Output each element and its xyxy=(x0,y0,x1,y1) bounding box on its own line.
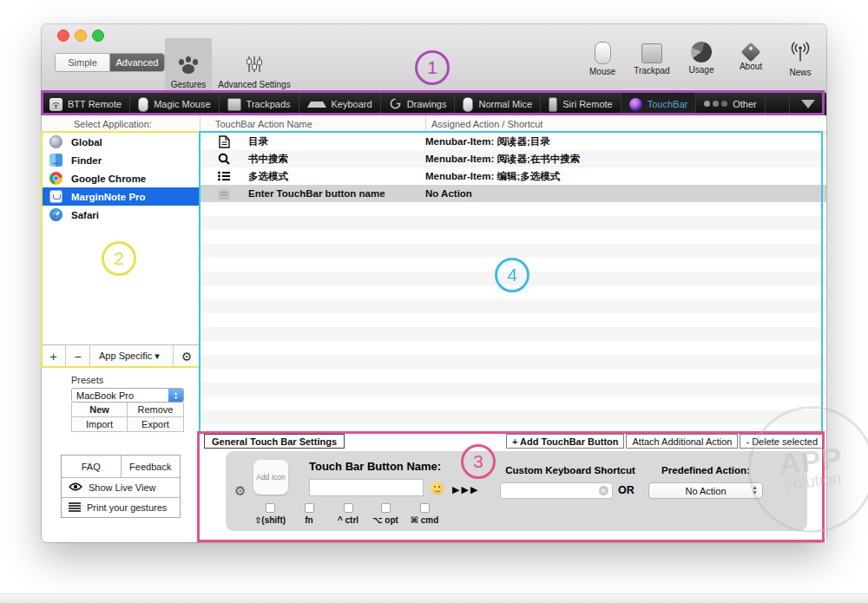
spiral-icon xyxy=(389,97,402,112)
app-specific-dropdown[interactable]: App Specific ▾ xyxy=(90,345,173,367)
normal-mice-icon xyxy=(463,97,473,112)
table-row[interactable]: 多选模式 Menubar-Item: 编辑;多选模式 xyxy=(200,167,826,185)
globe-icon xyxy=(49,135,62,148)
ctrl-checkbox[interactable] xyxy=(344,503,353,513)
custom-shortcut-input[interactable] xyxy=(500,482,613,499)
zoom-button[interactable] xyxy=(92,29,104,42)
print-gestures-label: Print your gestures xyxy=(87,502,167,513)
gear-icon[interactable]: ⚙ xyxy=(234,483,246,499)
annotation-circle-1: 1 xyxy=(415,50,450,85)
column-header: Select Application: TouchBar Action Name… xyxy=(42,115,826,133)
close-button[interactable] xyxy=(57,29,69,42)
preset-import-button[interactable]: Import xyxy=(72,417,128,431)
emoji-smiley-icon[interactable] xyxy=(431,482,444,495)
sidebar-item-global[interactable]: Global xyxy=(42,133,200,151)
table-row[interactable]: 书中搜索 Menubar-Item: 阅读器;在书中搜索 xyxy=(200,150,826,167)
forward-arrows-icon: ▶▶▶ xyxy=(452,484,479,495)
preset-select[interactable]: MacBook Pro ▴▾ xyxy=(71,388,184,403)
table-row[interactable]: 目录 Menubar-Item: 阅读器;目录 xyxy=(200,133,826,150)
add-touchbar-button[interactable]: + Add TouchBar Button xyxy=(506,434,625,449)
tab-magic-mouse[interactable]: Magic Mouse xyxy=(130,93,219,115)
tab-trackpads[interactable]: Trackpads xyxy=(220,93,299,115)
sidebar-item-google-chrome[interactable]: Google Chrome xyxy=(42,169,200,187)
shift-checkbox[interactable] xyxy=(266,503,275,513)
sidebar-item-finder[interactable]: Finder xyxy=(42,151,200,169)
modifier-cmd: ⌘ cmd xyxy=(402,503,447,525)
app-label: Google Chrome xyxy=(71,174,146,184)
faq-button[interactable]: FAQ xyxy=(62,456,122,477)
custom-shortcut-label: Custom Keyboard Shortcut xyxy=(496,465,644,475)
preset-buttons: New Remove Import Export xyxy=(71,403,184,432)
remove-app-button[interactable]: − xyxy=(66,345,90,367)
general-touchbar-settings-button[interactable]: General Touch Bar Settings xyxy=(204,434,345,449)
news-toolbar-button[interactable]: News xyxy=(781,42,819,77)
tab-label: Siri Remote xyxy=(562,99,612,109)
annotation-circle-3: 3 xyxy=(461,444,496,479)
column-divider xyxy=(425,115,426,133)
app-label: Global xyxy=(71,137,102,147)
news-label: News xyxy=(789,68,811,77)
minimize-button[interactable] xyxy=(75,29,87,42)
tab-btt-remote[interactable]: BTT Remote xyxy=(42,93,130,115)
button-name-input[interactable] xyxy=(309,479,424,496)
gear-icon[interactable]: ⚙ xyxy=(173,345,200,367)
about-toolbar-button[interactable]: About xyxy=(732,42,770,77)
add-app-button[interactable]: + xyxy=(42,345,66,367)
tab-keyboard[interactable]: Keyboard xyxy=(299,93,381,115)
action-name: Enter TouchBar button name xyxy=(248,188,425,199)
mouse-icon xyxy=(595,42,611,64)
clear-input-icon[interactable] xyxy=(599,486,608,495)
search-icon xyxy=(200,153,248,165)
gestures-toolbar-button[interactable]: Gestures xyxy=(165,38,212,91)
tabbar-overflow-button[interactable] xyxy=(789,93,826,115)
add-icon-button[interactable]: Add Icon xyxy=(253,460,288,495)
lines-icon xyxy=(69,502,81,514)
antenna-icon xyxy=(790,42,811,65)
trackpad-toolbar-button[interactable]: Trackpad xyxy=(633,42,671,77)
tab-normal-mice[interactable]: Normal Mice xyxy=(455,93,541,115)
pie-chart-icon xyxy=(691,42,712,62)
list-icon xyxy=(200,171,248,181)
print-gestures-button[interactable]: Print your gestures xyxy=(62,498,180,517)
stepper-arrows-icon: ▲▼ xyxy=(752,485,758,495)
tab-drawings[interactable]: Drawings xyxy=(381,93,456,115)
action-name-header: TouchBar Action Name xyxy=(215,119,312,129)
sidebar-item-marginnote-pro[interactable]: MarginNote Pro xyxy=(42,187,200,206)
cmd-checkbox[interactable] xyxy=(420,503,430,513)
annotation-circle-4: 4 xyxy=(495,258,529,292)
advanced-settings-toolbar-button[interactable]: Advanced Settings xyxy=(217,38,292,91)
delete-selected-button[interactable]: - Delete selected xyxy=(740,434,824,449)
presets-title: Presets xyxy=(71,375,103,385)
live-view-label: Show Live View xyxy=(89,482,155,493)
sidebar-item-safari[interactable]: Safari xyxy=(42,206,200,224)
simple-mode-button[interactable]: Simple xyxy=(56,54,110,71)
action-name: 多选模式 xyxy=(248,170,425,183)
preset-new-button[interactable]: New xyxy=(72,403,128,417)
tab-label: Trackpads xyxy=(247,99,291,109)
attach-additional-action-button[interactable]: Attach Additional Action xyxy=(626,434,738,449)
predefined-action-select[interactable]: No Action ▲▼ xyxy=(648,482,763,499)
show-live-view-button[interactable]: Show Live View xyxy=(62,478,180,498)
preset-remove-button[interactable]: Remove xyxy=(128,403,183,417)
usage-toolbar-button[interactable]: Usage xyxy=(682,42,720,77)
opt-checkbox[interactable] xyxy=(381,503,391,513)
mode-segmented-control: Simple Advanced xyxy=(55,53,165,72)
btt-remote-icon xyxy=(49,98,62,111)
tab-touchbar[interactable]: TouchBar xyxy=(621,93,696,115)
tag-icon xyxy=(741,43,761,62)
tab-siri-remote[interactable]: Siri Remote xyxy=(541,93,621,115)
assigned-action: Menubar-Item: 阅读器;目录 xyxy=(425,135,826,148)
preset-export-button[interactable]: Export xyxy=(128,417,183,431)
tab-other[interactable]: Other xyxy=(696,93,766,115)
trackpad-icon xyxy=(641,43,662,63)
advanced-settings-label: Advanced Settings xyxy=(218,80,290,89)
table-row-selected[interactable]: Enter TouchBar button name No Action xyxy=(200,185,826,202)
fn-checkbox[interactable] xyxy=(305,503,314,513)
feedback-button[interactable]: Feedback xyxy=(122,456,181,477)
tab-label: TouchBar xyxy=(648,99,687,109)
tab-label: Drawings xyxy=(407,99,447,109)
advanced-mode-button[interactable]: Advanced xyxy=(110,54,164,71)
assigned-action: No Action xyxy=(425,188,826,199)
marginnote-icon xyxy=(49,190,62,203)
mouse-toolbar-button[interactable]: Mouse xyxy=(583,42,621,77)
